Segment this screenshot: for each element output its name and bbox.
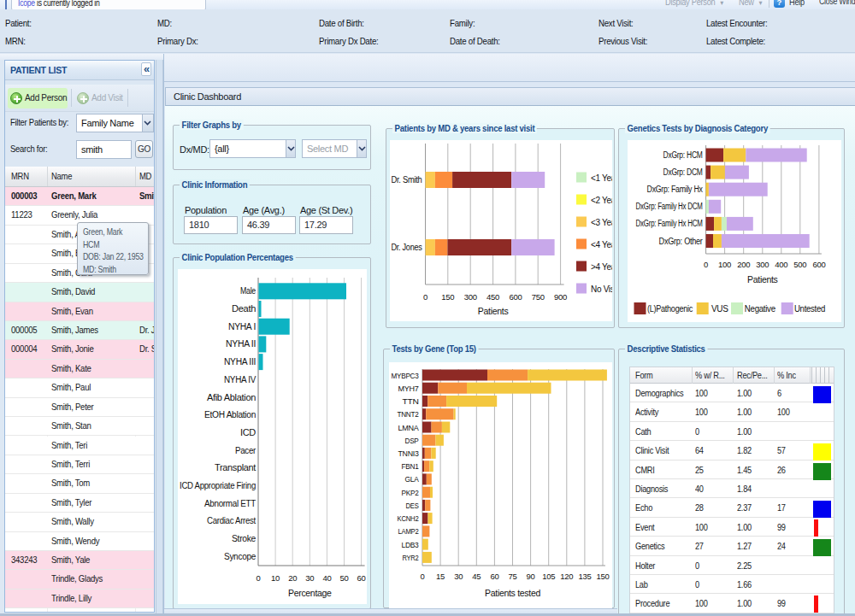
svg-text:DxGrp: Family Hx: DxGrp: Family Hx — [647, 185, 703, 194]
svg-text:45: 45 — [472, 572, 481, 581]
svg-text:KCNH2: KCNH2 — [398, 513, 419, 523]
svg-text:>4 Years: >4 Years — [591, 262, 612, 272]
svg-text:Percentage: Percentage — [288, 588, 332, 598]
svg-text:90: 90 — [527, 572, 535, 581]
svg-text:0: 0 — [256, 573, 261, 583]
svg-text:900: 900 — [554, 292, 567, 302]
svg-text:NYHA III: NYHA III — [224, 357, 256, 367]
svg-text:40: 40 — [322, 573, 331, 583]
svg-text:15: 15 — [436, 572, 445, 581]
svg-text:200: 200 — [737, 260, 750, 269]
svg-text:DxGrp: Other: DxGrp: Other — [659, 237, 704, 246]
svg-text:Patients tested: Patients tested — [485, 588, 540, 598]
svg-text:Afib Ablation: Afib Ablation — [207, 393, 256, 402]
svg-text:Dr. Jones: Dr. Jones — [392, 243, 422, 252]
svg-text:ICD Appropriate Firing: ICD Appropriate Firing — [180, 481, 256, 490]
svg-text:MYH7: MYH7 — [398, 384, 419, 393]
svg-text:RYR2: RYR2 — [403, 553, 419, 562]
svg-text:<1 Year: <1 Year — [591, 173, 612, 183]
svg-text:NYHA II: NYHA II — [226, 339, 256, 349]
svg-text:TNNT2: TNNT2 — [398, 409, 419, 419]
svg-text:300: 300 — [464, 292, 477, 302]
svg-text:DxGrp: Family Hx DCM: DxGrp: Family Hx DCM — [636, 202, 703, 211]
svg-text:0: 0 — [704, 260, 708, 269]
svg-text:GLA: GLA — [405, 474, 420, 484]
svg-text:VUS: VUS — [711, 304, 728, 314]
svg-text:DxGrp: HCM: DxGrp: HCM — [663, 150, 703, 160]
svg-text:60: 60 — [357, 573, 366, 583]
svg-text:30: 30 — [305, 573, 314, 583]
svg-text:Untested: Untested — [794, 304, 825, 314]
svg-text:Death: Death — [232, 304, 256, 314]
svg-text:<2 Years: <2 Years — [591, 196, 612, 205]
svg-text:30: 30 — [454, 572, 463, 581]
svg-text:600: 600 — [812, 260, 825, 269]
svg-text:Transplant: Transplant — [215, 463, 256, 472]
svg-text:<3 Years: <3 Years — [591, 218, 612, 227]
svg-text:600: 600 — [509, 292, 522, 302]
svg-text:300: 300 — [756, 260, 769, 269]
svg-text:Cardiac Arrest: Cardiac Arrest — [207, 516, 256, 525]
svg-text:No Visit: No Visit — [591, 285, 612, 294]
svg-text:Pacer: Pacer — [235, 446, 256, 455]
svg-text:20: 20 — [288, 573, 297, 583]
svg-text:100: 100 — [718, 260, 731, 269]
svg-text:NYHA IV: NYHA IV — [224, 375, 256, 384]
svg-text:120: 120 — [560, 572, 573, 581]
svg-text:135: 135 — [578, 572, 591, 581]
svg-text:750: 750 — [532, 292, 545, 302]
svg-text:LAMP2: LAMP2 — [398, 526, 419, 536]
svg-text:400: 400 — [775, 260, 787, 269]
svg-text:TNNI3: TNNI3 — [398, 449, 419, 458]
svg-text:500: 500 — [793, 260, 806, 269]
svg-text:Negative: Negative — [745, 304, 776, 314]
svg-text:Patients: Patients — [478, 306, 509, 316]
svg-text:10: 10 — [271, 573, 280, 583]
svg-text:DxGrp: DCM: DxGrp: DCM — [663, 167, 703, 177]
svg-text:105: 105 — [542, 572, 555, 581]
svg-text:Male: Male — [240, 286, 256, 296]
svg-text:LDB3: LDB3 — [402, 540, 419, 549]
svg-text:150: 150 — [597, 572, 610, 581]
svg-text:Syncope: Syncope — [224, 552, 256, 561]
svg-text:Abnormal ETT: Abnormal ETT — [204, 499, 256, 508]
svg-text:75: 75 — [509, 572, 517, 581]
svg-text:DxGrp: Family Hx HCM: DxGrp: Family Hx HCM — [636, 219, 703, 228]
svg-text:<4 Years: <4 Years — [591, 240, 612, 249]
svg-text:0: 0 — [423, 292, 428, 302]
svg-text:Dr. Smith: Dr. Smith — [392, 175, 422, 185]
svg-text:60: 60 — [490, 572, 498, 581]
svg-text:0: 0 — [421, 572, 425, 581]
svg-text:DSP: DSP — [405, 436, 419, 445]
svg-text:50: 50 — [340, 573, 349, 583]
svg-text:450: 450 — [486, 292, 499, 302]
svg-text:LMNA: LMNA — [398, 423, 420, 432]
svg-text:EtOH Ablation: EtOH Ablation — [204, 410, 256, 419]
svg-text:DES: DES — [406, 501, 419, 510]
svg-text:Patients: Patients — [747, 274, 778, 285]
svg-text:150: 150 — [441, 292, 454, 302]
svg-text:PKP2: PKP2 — [402, 488, 419, 497]
svg-text:MYBPC3: MYBPC3 — [392, 371, 419, 380]
svg-text:ICD: ICD — [240, 428, 256, 437]
svg-text:TTN: TTN — [403, 396, 419, 406]
svg-text:(L)Pathogenic: (L)Pathogenic — [647, 304, 693, 314]
svg-text:Stroke: Stroke — [232, 534, 256, 543]
svg-text:FBN1: FBN1 — [402, 461, 419, 471]
svg-text:NYHA I: NYHA I — [228, 322, 256, 331]
